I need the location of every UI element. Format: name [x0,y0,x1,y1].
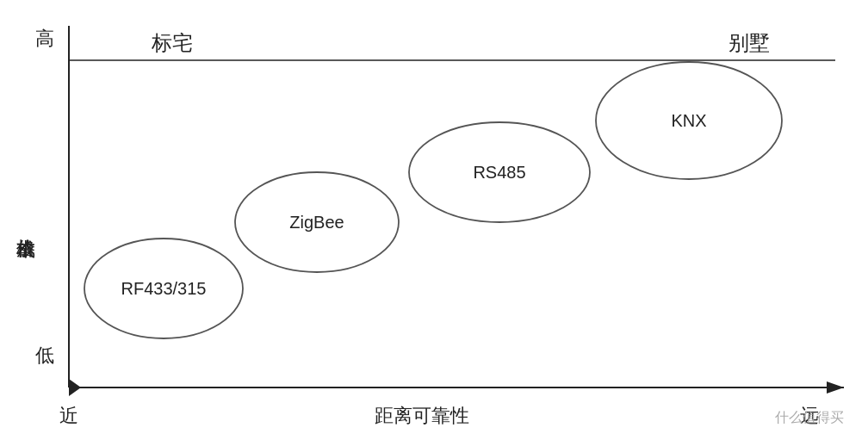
label-zigbee: ZigBee [289,213,344,232]
y-low-label: 低 [35,344,54,366]
label-knx: KNX [671,111,706,130]
x-axis-label: 距离可靠性 [375,405,469,426]
y-high-label: 高 [35,28,54,49]
x-low-label: 近 [59,405,78,426]
label-rs485: RS485 [473,163,525,182]
top-right-label: 别墅 [728,31,770,54]
y-axis-label: 成本价格 [16,239,36,258]
chart-svg: 成本价格 高 低 近 远 距离可靠性 标宅 别墅 RF433/315 ZigBe… [0,0,868,434]
chart-container: 成本价格 高 低 近 远 距离可靠性 标宅 别墅 RF433/315 ZigBe… [0,0,868,434]
source-label: 什么值得买 [774,410,844,425]
label-rf433: RF433/315 [121,279,207,298]
top-left-label: 标宅 [151,31,193,54]
